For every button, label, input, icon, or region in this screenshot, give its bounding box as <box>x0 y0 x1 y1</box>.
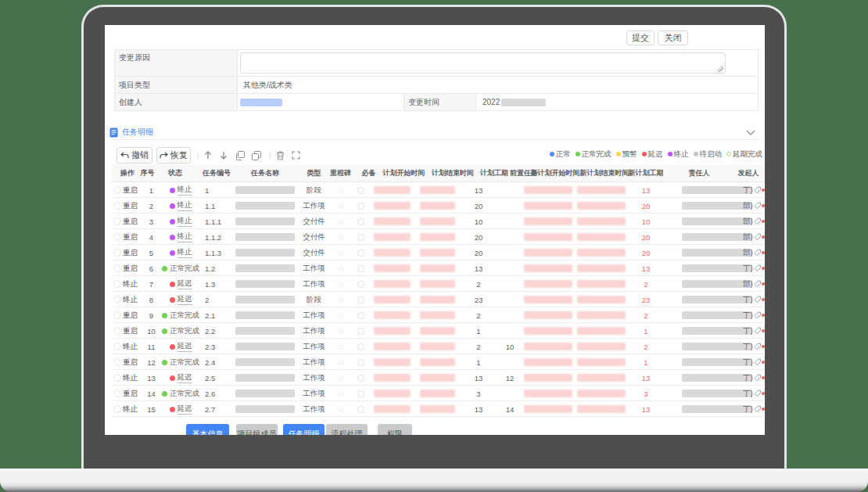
tag-icon[interactable] <box>754 202 762 210</box>
redo-button[interactable]: 恢复 <box>156 147 191 163</box>
milestone-star-icon[interactable]: ☆ <box>336 202 345 210</box>
tag-icon[interactable] <box>754 327 762 335</box>
plan-duration: 13 <box>475 374 483 382</box>
required-circle-icon[interactable] <box>357 281 364 288</box>
required-circle-icon[interactable] <box>357 218 364 225</box>
paste-icon[interactable] <box>250 147 263 163</box>
milestone-star-icon[interactable]: ☆ <box>336 186 345 194</box>
row-op-link[interactable]: 重启 <box>123 232 138 242</box>
tag-icon[interactable] <box>754 374 762 382</box>
row-select-ring[interactable] <box>113 264 121 272</box>
row-select-ring[interactable] <box>113 186 121 194</box>
toolbar-separator-2: | <box>267 147 273 163</box>
row-select-ring[interactable] <box>113 311 121 319</box>
bottom-tab-3[interactable]: 任务明细 <box>283 424 325 435</box>
milestone-star-icon[interactable]: ☆ <box>336 280 345 288</box>
tag-icon[interactable] <box>754 280 762 288</box>
tag-icon[interactable] <box>754 296 762 303</box>
required-circle-icon[interactable] <box>357 265 364 272</box>
tag-icon[interactable] <box>754 217 762 225</box>
milestone-star-icon[interactable]: ☆ <box>336 374 345 382</box>
row-op-link[interactable]: 重启 <box>123 389 138 399</box>
row-op-link[interactable]: 终止 <box>123 279 138 289</box>
row-status: 延迟 <box>170 294 192 305</box>
row-op-link[interactable]: 终止 <box>123 295 138 305</box>
row-select-ring[interactable] <box>113 358 121 366</box>
required-circle-icon[interactable] <box>357 203 364 210</box>
milestone-star-icon[interactable]: ☆ <box>336 264 345 272</box>
row-select-ring[interactable] <box>113 202 121 210</box>
required-circle-icon[interactable] <box>357 312 364 319</box>
row-select-ring[interactable] <box>113 233 121 241</box>
textarea-resize-handle[interactable] <box>717 66 723 72</box>
row-select-ring[interactable] <box>113 217 121 225</box>
row-op-link[interactable]: 重启 <box>123 201 138 211</box>
close-button[interactable]: 关闭 <box>658 31 688 45</box>
submit-button[interactable]: 提交 <box>626 31 655 45</box>
tag-icon[interactable] <box>754 249 762 257</box>
bottom-tab-1[interactable]: 基本信息 <box>186 424 229 435</box>
required-circle-icon[interactable] <box>357 375 364 382</box>
row-op-link[interactable]: 重启 <box>123 326 138 336</box>
task-name-blurred <box>235 280 295 288</box>
milestone-star-icon[interactable]: ☆ <box>336 296 345 303</box>
row-select-ring[interactable] <box>113 280 121 288</box>
tag-icon[interactable] <box>754 264 762 272</box>
required-circle-icon[interactable] <box>357 234 364 241</box>
row-select-ring[interactable] <box>113 405 121 413</box>
milestone-star-icon[interactable]: ☆ <box>336 217 345 225</box>
required-circle-icon[interactable] <box>357 187 364 194</box>
undo-button[interactable]: 撤销 <box>117 147 152 163</box>
required-circle-icon[interactable] <box>357 296 364 303</box>
milestone-star-icon[interactable]: ☆ <box>336 327 345 335</box>
row-op-link[interactable]: 重启 <box>123 311 138 321</box>
row-op-link[interactable]: 重启 <box>123 264 138 274</box>
row-op-link[interactable]: 重启 <box>123 248 138 258</box>
tag-icon[interactable] <box>754 390 762 397</box>
row-op-link[interactable]: 重启 <box>123 357 138 368</box>
required-circle-icon[interactable] <box>357 343 364 350</box>
row-task-code: 2.3 <box>202 343 231 351</box>
change-reason-textarea[interactable] <box>240 52 726 74</box>
row-op-link[interactable]: 重启 <box>123 185 138 196</box>
required-circle-icon[interactable] <box>357 328 364 335</box>
tag-icon[interactable] <box>754 233 762 241</box>
bottom-tab-5[interactable]: 权限 <box>378 424 412 435</box>
row-select-ring[interactable] <box>113 390 121 397</box>
move-down-icon[interactable] <box>217 147 230 163</box>
plan-start-blurred <box>374 233 411 241</box>
row-select-ring[interactable] <box>113 374 121 382</box>
bottom-tab-2[interactable]: 项目组成员 <box>236 424 278 435</box>
row-select-ring[interactable] <box>113 327 121 335</box>
milestone-star-icon[interactable]: ☆ <box>336 311 345 319</box>
row-select-ring[interactable] <box>113 296 121 303</box>
row-op-link[interactable]: 重启 <box>123 217 138 227</box>
row-op-link[interactable]: 终止 <box>123 342 138 352</box>
milestone-star-icon[interactable]: ☆ <box>336 233 345 241</box>
initiator-red-dot <box>762 345 765 348</box>
move-up-icon[interactable] <box>202 147 214 163</box>
collapse-chevron-icon[interactable] <box>746 130 755 136</box>
row-select-ring[interactable] <box>113 343 121 350</box>
milestone-star-icon[interactable]: ☆ <box>336 390 345 397</box>
milestone-star-icon[interactable]: ☆ <box>336 405 345 413</box>
delete-icon[interactable] <box>274 147 286 163</box>
milestone-star-icon[interactable]: ☆ <box>336 358 345 366</box>
tag-icon[interactable] <box>754 186 762 194</box>
fullscreen-icon[interactable] <box>289 147 302 163</box>
milestone-star-icon[interactable]: ☆ <box>336 343 345 350</box>
required-circle-icon[interactable] <box>357 390 364 397</box>
milestone-star-icon[interactable]: ☆ <box>336 249 345 257</box>
row-op-link[interactable]: 终止 <box>123 404 138 415</box>
required-circle-icon[interactable] <box>357 359 364 366</box>
required-circle-icon[interactable] <box>357 250 364 257</box>
bottom-tab-4[interactable]: 流程处理 <box>326 424 368 435</box>
tag-icon[interactable] <box>754 405 762 413</box>
required-circle-icon[interactable] <box>357 406 364 413</box>
copy-icon[interactable] <box>234 147 246 163</box>
row-select-ring[interactable] <box>113 249 121 257</box>
tag-icon[interactable] <box>754 311 762 319</box>
tag-icon[interactable] <box>754 358 762 366</box>
tag-icon[interactable] <box>754 343 762 350</box>
row-op-link[interactable]: 终止 <box>123 373 138 383</box>
